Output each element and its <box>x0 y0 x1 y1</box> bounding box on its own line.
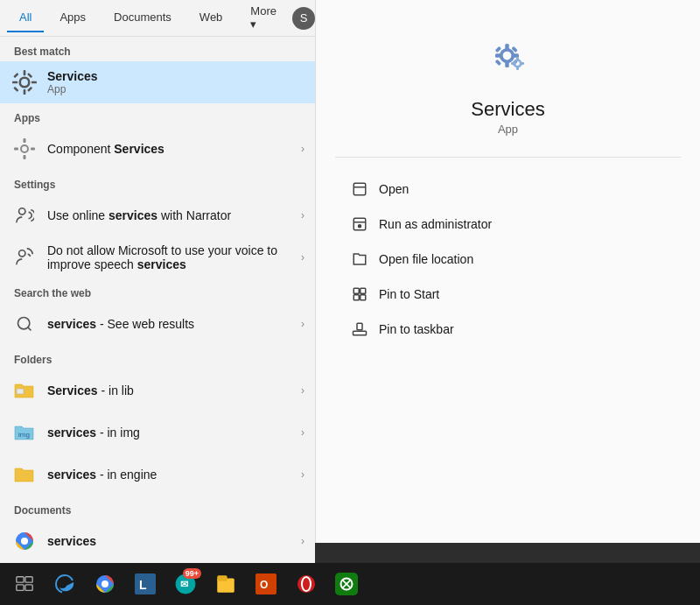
svg-rect-10 <box>24 138 26 143</box>
taskbar-opera[interactable] <box>289 566 324 601</box>
open-icon <box>351 180 368 198</box>
svg-rect-46 <box>354 295 359 300</box>
detail-divider <box>335 157 681 158</box>
web-section-label: Search the web <box>0 278 315 303</box>
svg-rect-48 <box>354 331 367 335</box>
voice-services-item[interactable]: Do not allow Microsoft to use your voice… <box>0 236 315 278</box>
open-action[interactable]: Open <box>344 172 672 207</box>
folder-lib-title: Services - in lib <box>47 383 301 397</box>
best-match-item[interactable]: Services App <box>0 61 315 103</box>
svg-point-55 <box>102 580 108 587</box>
svg-rect-39 <box>354 183 366 195</box>
svg-rect-38 <box>520 62 524 65</box>
svg-point-14 <box>19 208 25 215</box>
chevron-icon-5: › <box>301 384 304 397</box>
tab-all[interactable]: All <box>7 4 44 32</box>
best-match-text: Services App <box>47 69 304 95</box>
tabs-bar: All Apps Documents Web More ▾ S ··· ✕ <box>0 0 315 37</box>
best-match-title: Services <box>47 69 304 83</box>
svg-rect-8 <box>13 87 18 92</box>
svg-rect-33 <box>494 60 500 66</box>
folder-engine-item[interactable]: services - in engine › <box>0 454 315 496</box>
svg-rect-5 <box>13 73 18 78</box>
narrator-services-text: Use online services with Narrator <box>47 208 301 222</box>
doc-services-item[interactable]: services › <box>0 520 315 562</box>
narrator-services-item[interactable]: Use online services with Narrator › <box>0 194 315 236</box>
svg-rect-27 <box>505 61 509 68</box>
apps-section-label: Apps <box>0 103 315 128</box>
component-services-text: Component Services <box>47 142 301 156</box>
component-services-icon <box>10 135 38 163</box>
open-label: Open <box>379 182 409 196</box>
svg-rect-30 <box>494 46 500 53</box>
pin-start-action[interactable]: Pin to Start <box>344 277 672 312</box>
detail-panel: Services App Open Run as administrator <box>315 0 700 543</box>
run-admin-action[interactable]: Run as administrator <box>344 207 672 242</box>
chevron-icon-6: › <box>301 426 304 439</box>
svg-rect-37 <box>511 62 515 65</box>
tab-more[interactable]: More ▾ <box>238 0 289 39</box>
svg-point-15 <box>19 250 25 257</box>
taskbar-edge[interactable] <box>47 566 82 601</box>
svg-rect-44 <box>354 288 359 293</box>
component-services-item[interactable]: Component Services › <box>0 128 315 170</box>
taskbar-chrome[interactable] <box>88 566 122 601</box>
folder-location-icon <box>351 250 368 268</box>
svg-rect-7 <box>27 73 32 78</box>
admin-icon <box>351 215 368 233</box>
folder-engine-title: services - in engine <box>47 468 301 482</box>
taskbar-mail[interactable]: ✉ 99+ <box>168 566 203 601</box>
svg-rect-45 <box>360 288 366 293</box>
svg-rect-52 <box>17 585 24 590</box>
svg-point-25 <box>500 50 513 62</box>
search-panel: All Apps Documents Web More ▾ S ··· ✕ Be… <box>0 0 315 605</box>
svg-rect-35 <box>516 57 519 61</box>
svg-rect-53 <box>25 585 32 590</box>
folder-lib-item[interactable]: Services - in lib › <box>0 369 315 412</box>
chevron-icon-4: › <box>301 318 304 330</box>
search-web-icon <box>10 310 38 338</box>
svg-rect-3 <box>12 81 18 84</box>
folder-lib-text: Services - in lib <box>47 383 301 397</box>
pin-start-label: Pin to Start <box>379 287 439 301</box>
detail-app-icon <box>478 26 539 88</box>
mail-badge: 99+ <box>183 568 201 579</box>
web-search-text: services - See web results <box>47 317 301 331</box>
taskbar-files[interactable] <box>208 566 243 601</box>
tab-documents[interactable]: Documents <box>102 4 184 32</box>
voice-title: Do not allow Microsoft to use your voice… <box>47 243 301 271</box>
taskbar-office[interactable]: O <box>248 566 284 601</box>
chrome-icon <box>10 527 38 555</box>
svg-text:L: L <box>139 578 147 592</box>
voice-services-text: Do not allow Microsoft to use your voice… <box>47 243 301 271</box>
doc-services-title: services <box>47 534 301 548</box>
folder-img-item[interactable]: img services - in img › <box>0 412 315 454</box>
svg-rect-61 <box>217 575 227 581</box>
folder-engine-icon <box>10 461 38 489</box>
tab-web[interactable]: Web <box>187 4 235 32</box>
taskbar-virtual-desktop[interactable] <box>7 566 42 601</box>
detail-app-name: Services <box>471 98 544 121</box>
svg-text:O: O <box>260 579 268 591</box>
svg-rect-2 <box>24 89 26 95</box>
folders-section-label: Folders <box>0 345 315 369</box>
user-avatar[interactable]: S <box>292 7 315 30</box>
folder-lib-icon <box>10 376 38 405</box>
best-match-subtitle: App <box>47 83 304 95</box>
svg-point-22 <box>22 538 28 545</box>
tab-apps[interactable]: Apps <box>47 4 98 32</box>
svg-text:img: img <box>18 431 30 439</box>
open-location-action[interactable]: Open file location <box>344 242 672 277</box>
svg-rect-28 <box>495 53 502 58</box>
taskbar-xbox[interactable] <box>329 566 364 601</box>
svg-rect-50 <box>17 577 24 582</box>
web-search-item[interactable]: services - See web results › <box>0 303 315 345</box>
pin-taskbar-action[interactable]: Pin to taskbar <box>344 312 672 347</box>
svg-rect-11 <box>24 155 26 159</box>
svg-point-9 <box>21 145 28 152</box>
narrator-title: Use online services with Narrator <box>47 208 301 222</box>
taskbar-l-app[interactable]: L <box>128 566 163 601</box>
svg-rect-1 <box>24 70 26 75</box>
svg-rect-26 <box>505 44 509 51</box>
detail-actions: Open Run as administrator Open file loca… <box>316 172 700 347</box>
